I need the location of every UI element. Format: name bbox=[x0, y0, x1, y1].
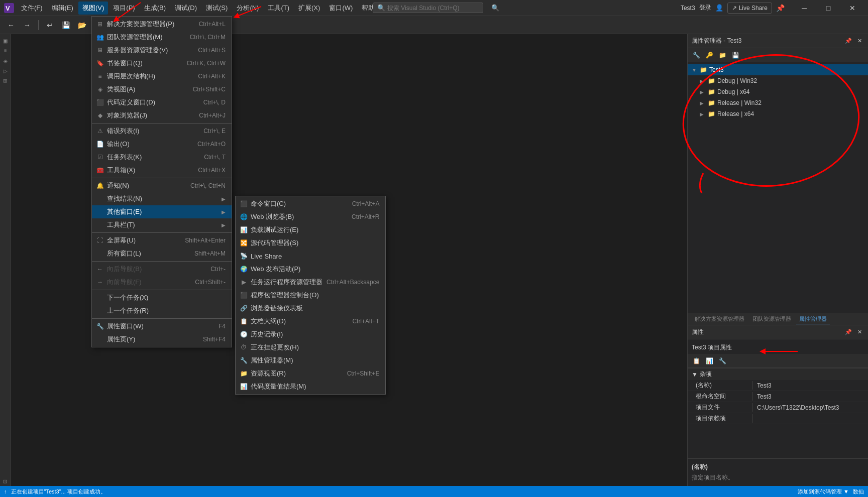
close-props-btn[interactable]: ✕ bbox=[855, 328, 864, 337]
key-btn[interactable]: 🔑 bbox=[704, 50, 715, 61]
tab-solution-explorer[interactable]: 解决方案资源管理器 bbox=[692, 314, 747, 324]
view-menu-item-toolbox[interactable]: 🧰 工具箱(X) Ctrl+Alt+X bbox=[92, 164, 232, 177]
props-btn1[interactable]: 📋 bbox=[691, 355, 702, 366]
tree-release-x64-label: Release | x64 bbox=[717, 110, 754, 117]
save-panel-btn[interactable]: 💾 bbox=[730, 50, 741, 61]
other-resource-view[interactable]: 📁 资源视图(R) Ctrl+Shift+E bbox=[236, 367, 385, 380]
login-button[interactable]: 登录 bbox=[699, 4, 711, 12]
menu-window[interactable]: 窗口(W) bbox=[325, 2, 357, 15]
other-doc-outline[interactable]: 📋 文档大纲(D) Ctrl+Alt+T bbox=[236, 315, 385, 328]
view-menu-item-call-hierarchy[interactable]: ≡ 调用层次结构(H) Ctrl+Alt+K bbox=[92, 70, 232, 83]
view-menu-item-object-browser[interactable]: ◆ 对象浏览器(J) Ctrl+Alt+J bbox=[92, 109, 232, 122]
source-control-button[interactable]: 添加到源代码管理 ▼ bbox=[798, 488, 849, 495]
sidebar-icon-4[interactable]: ▷ bbox=[1, 66, 10, 75]
forward-btn[interactable]: → bbox=[20, 18, 34, 32]
view-menu-item-fullscreen[interactable]: ⛶ 全屏幕(U) Shift+Alt+Enter bbox=[92, 234, 232, 247]
right-panel: 属性管理器 - Test3 📌 ✕ 🔧 🔑 📁 💾 ▼ 📁 Test3 bbox=[687, 34, 868, 486]
view-menu-item-find-results[interactable]: 查找结果(N) ▶ bbox=[92, 192, 232, 205]
view-menu-item-all-windows[interactable]: 所有窗口(L) Shift+Alt+M bbox=[92, 247, 232, 260]
sidebar-icon-1[interactable]: ▣ bbox=[1, 36, 10, 45]
menu-build[interactable]: 生成(B) bbox=[140, 2, 170, 15]
view-menu-item-output[interactable]: 📄 输出(O) Ctrl+Alt+O bbox=[92, 138, 232, 151]
view-menu-item-forward[interactable]: → 向前导航(F) Ctrl+Shift+- bbox=[92, 276, 232, 289]
other-package-manager[interactable]: ⬛ 程序包管理器控制台(O) bbox=[236, 289, 385, 302]
other-load-test[interactable]: 📊 负载测试运行(E) bbox=[236, 223, 385, 236]
title-bar-right: Test3 登录 👤 ↗ Live Share 📌 ─ □ ✕ bbox=[681, 0, 864, 16]
minimize-button[interactable]: ─ bbox=[793, 0, 816, 16]
view-menu-item-code-def[interactable]: ⬛ 代码定义窗口(D) Ctrl+\, D bbox=[92, 96, 232, 109]
props-val-name[interactable]: Test3 bbox=[753, 382, 868, 389]
other-cmd-window[interactable]: ⬛ 命令窗口(C) Ctrl+Alt+A bbox=[236, 197, 385, 210]
other-history[interactable]: 🕐 历史记录(I) bbox=[236, 328, 385, 341]
live-share-button[interactable]: ↗ Live Share bbox=[727, 3, 772, 14]
tree-root[interactable]: ▼ 📁 Test3 bbox=[688, 64, 868, 75]
tree-debug-x64[interactable]: ▶ 📁 Debug | x64 bbox=[688, 86, 868, 97]
view-menu-item-other-windows[interactable]: 其他窗口(E) ▶ bbox=[92, 205, 232, 218]
pin-panel-btn[interactable]: 📌 bbox=[844, 37, 853, 46]
view-menu-item-server-explorer[interactable]: 🖥 服务器资源管理器(V) Ctrl+Alt+S bbox=[92, 44, 232, 57]
save-btn[interactable]: 💾 bbox=[59, 18, 73, 32]
view-menu-item-notifications[interactable]: 🔔 通知(N) Ctrl+\, Ctrl+N bbox=[92, 179, 232, 192]
menu-file[interactable]: 文件(F) bbox=[17, 2, 47, 15]
view-menu-item-class-view[interactable]: ◈ 类视图(A) Ctrl+Shift+C bbox=[92, 83, 232, 96]
menu-test[interactable]: 测试(S) bbox=[202, 2, 232, 15]
tree-debug-win32[interactable]: ▶ 📁 Debug | Win32 bbox=[688, 75, 868, 86]
other-property-manager[interactable]: 🔧 属性管理器(M) bbox=[236, 354, 385, 367]
view-menu-item-prev-task[interactable]: 上一个任务(R) bbox=[92, 304, 232, 317]
menu-extensions[interactable]: 扩展(X) bbox=[294, 2, 324, 15]
view-menu-item-properties-window[interactable]: 🔧 属性窗口(W) F4 bbox=[92, 320, 232, 333]
props-btn3[interactable]: 🔧 bbox=[717, 355, 728, 366]
other-live-share[interactable]: 📡 Live Share bbox=[236, 250, 385, 263]
view-menu-item-task-list[interactable]: ☑ 任务列表(K) Ctrl+\, T bbox=[92, 151, 232, 164]
search-button[interactable]: 🔍 bbox=[491, 4, 499, 12]
sidebar-icon-2[interactable]: ≡ bbox=[1, 46, 10, 55]
view-menu-item-solution-explorer[interactable]: ⊞ 解决方案资源管理器(P) Ctrl+Alt+L bbox=[92, 18, 232, 31]
view-menu-item-team-explorer[interactable]: 👥 团队资源管理器(M) Ctrl+\, Ctrl+M bbox=[92, 31, 232, 44]
tree-release-x64[interactable]: ▶ 📁 Release | x64 bbox=[688, 108, 868, 119]
view-menu-item-next-task[interactable]: 下一个任务(X) bbox=[92, 291, 232, 304]
tab-team-explorer[interactable]: 团队资源管理器 bbox=[749, 314, 794, 324]
view-menu-item-property-pages[interactable]: 属性页(Y) Shift+F4 bbox=[92, 333, 232, 346]
close-button[interactable]: ✕ bbox=[841, 0, 864, 16]
user-icon[interactable]: 👤 bbox=[715, 4, 723, 12]
close-panel-btn[interactable]: ✕ bbox=[855, 37, 864, 46]
view-menu-item-bookmark[interactable]: 🔖 书签窗口(Q) Ctrl+K, Ctrl+W bbox=[92, 57, 232, 70]
web-browser-icon: 🌐 bbox=[240, 213, 248, 220]
view-menu-item-toolbars[interactable]: 工具栏(T) ▶ bbox=[92, 218, 232, 231]
back-btn[interactable]: ← bbox=[4, 18, 18, 32]
menu-project[interactable]: 项目(P) bbox=[109, 2, 139, 15]
sidebar-icon-bottom[interactable]: ⊡ bbox=[1, 477, 10, 486]
bottom-tabs: 解决方案资源管理器 团队资源管理器 属性管理器 bbox=[688, 313, 868, 325]
maximize-button[interactable]: □ bbox=[817, 0, 840, 16]
props-val-namespace[interactable]: Test3 bbox=[753, 393, 868, 400]
other-browser-link[interactable]: 🔗 浏览器链接仪表板 bbox=[236, 302, 385, 315]
other-task-runner[interactable]: ▶ 任务运行程序资源管理器 Ctrl+Alt+Backsapce bbox=[236, 276, 385, 289]
menu-debug[interactable]: 调试(D) bbox=[171, 2, 201, 15]
pin-icon[interactable]: 📌 bbox=[776, 4, 785, 12]
other-source-control[interactable]: 🔀 源代码管理器(S) bbox=[236, 236, 385, 250]
undo-btn[interactable]: ↩ bbox=[43, 18, 57, 32]
other-web-browser[interactable]: 🌐 Web 浏览器(B) Ctrl+Alt+R bbox=[236, 210, 385, 223]
other-pending-changes[interactable]: ⏱ 正在挂起更改(H) bbox=[236, 341, 385, 354]
tree-release-win32[interactable]: ▶ 📁 Release | Win32 bbox=[688, 97, 868, 108]
menu-edit[interactable]: 编辑(E) bbox=[48, 2, 77, 15]
menu-view[interactable]: 视图(V) bbox=[78, 2, 108, 15]
props-val-file[interactable]: C:\Users\T1322\Desktop\Test3 bbox=[753, 404, 868, 411]
folder-btn[interactable]: 📁 bbox=[717, 50, 728, 61]
section-expand-icon: ▼ bbox=[692, 371, 698, 378]
prop-mgr-icon: 🔧 bbox=[240, 357, 248, 364]
tab-property-manager[interactable]: 属性管理器 bbox=[796, 314, 830, 324]
sidebar-icon-3[interactable]: ◈ bbox=[1, 56, 10, 65]
other-web-publish[interactable]: 🌍 Web 发布活动(P) bbox=[236, 263, 385, 276]
sidebar-icon-5[interactable]: ⊞ bbox=[1, 76, 10, 85]
wrench-btn[interactable]: 🔧 bbox=[691, 50, 702, 61]
props-section[interactable]: ▼ 杂项 bbox=[688, 368, 868, 380]
search-input[interactable] bbox=[387, 5, 468, 12]
open-btn[interactable]: 📂 bbox=[75, 18, 89, 32]
pin-props-btn[interactable]: 📌 bbox=[844, 328, 853, 337]
props-btn2[interactable]: 📊 bbox=[704, 355, 715, 366]
other-code-metrics[interactable]: 📊 代码度量值结果(M) bbox=[236, 380, 385, 393]
view-menu-item-error-list[interactable]: ⚠ 错误列表(I) Ctrl+\, E bbox=[92, 125, 232, 138]
view-menu-item-back[interactable]: ← 向后导航(B) Ctrl+- bbox=[92, 263, 232, 276]
search-bar[interactable]: 🔍 bbox=[373, 3, 483, 13]
